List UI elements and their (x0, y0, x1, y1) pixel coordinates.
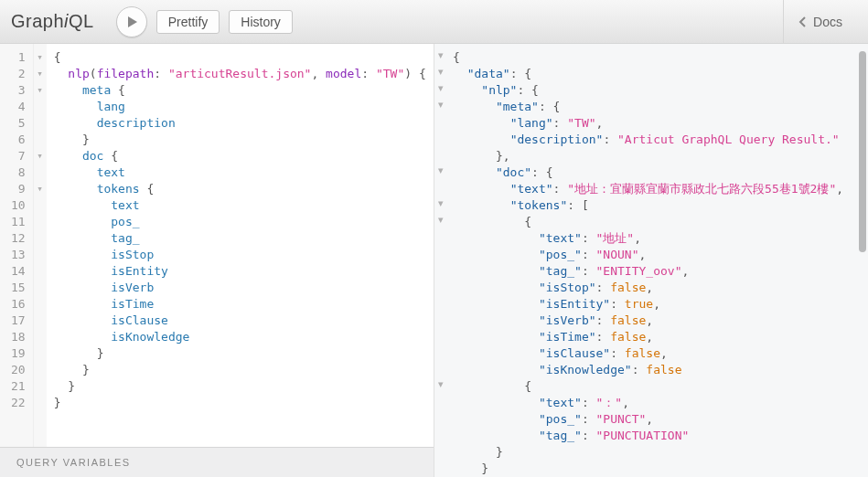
play-icon (125, 16, 138, 28)
scrollbar[interactable] (857, 44, 866, 477)
line-gutter: 12345678910111213141516171819202122 (0, 44, 34, 447)
result-fold-gutter: ▾▾▾▾▾▾▾▾ (434, 44, 447, 477)
logo: GraphiQL (11, 11, 94, 32)
chevron-left-icon (798, 16, 808, 28)
history-button[interactable]: History (229, 10, 293, 34)
prettify-button[interactable]: Prettify (156, 10, 220, 34)
query-code[interactable]: { nlp(filepath: "articutResult.json", mo… (47, 44, 434, 447)
docs-toggle[interactable]: Docs (783, 0, 857, 43)
fold-gutter: ▾▾▾▾▾ (34, 44, 47, 447)
execute-button[interactable] (116, 6, 147, 37)
query-pane: 12345678910111213141516171819202122 ▾▾▾▾… (0, 44, 434, 477)
topbar: GraphiQL Prettify History Docs (0, 0, 868, 44)
scroll-thumb[interactable] (859, 51, 866, 252)
editor-area: 12345678910111213141516171819202122 ▾▾▾▾… (0, 44, 868, 477)
query-editor[interactable]: 12345678910111213141516171819202122 ▾▾▾▾… (0, 44, 434, 447)
query-variables-toggle[interactable]: Query Variables (0, 447, 434, 477)
result-pane: ▾▾▾▾▾▾▾▾ { "data": { "nlp": { "meta": { … (434, 44, 868, 477)
result-code[interactable]: { "data": { "nlp": { "meta": { "lang": "… (434, 44, 868, 477)
